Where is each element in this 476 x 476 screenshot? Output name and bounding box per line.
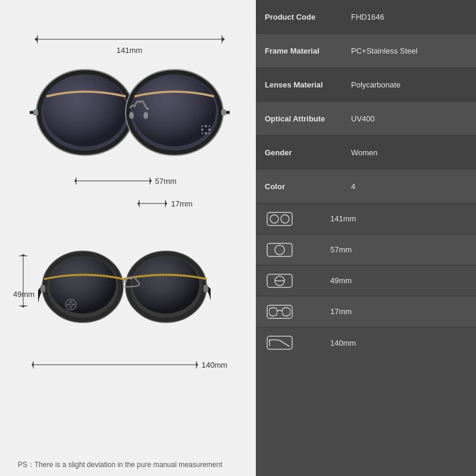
temple-length-label: 140mm [202,361,227,369]
svg-rect-14 [221,109,226,115]
glasses-back-image [38,236,211,358]
svg-point-15 [205,125,207,127]
frame-width-icon [265,211,295,227]
top-width-label: 141mm [117,46,142,55]
spec-row-product-code: Product Code FHD1646 [256,0,476,34]
top-width-dimension [29,34,231,45]
svg-rect-44 [40,285,45,292]
spec-value-lenses-material: Polycarbonate [351,80,467,89]
spec-label-optical: Optical Attribute [265,114,351,123]
spec-label-gender: Gender [265,148,351,157]
ps-note: PS：There is a slight deviation in the pu… [12,459,247,470]
svg-point-21 [201,126,203,127]
svg-marker-1 [35,37,37,42]
spec-row-color: Color 4 [256,170,476,203]
lens-width-value: 57mm [330,245,352,254]
svg-point-55 [281,215,289,223]
svg-point-54 [270,215,278,223]
temple-value: 140mm [330,339,356,347]
svg-point-17 [205,132,207,134]
spec-row-optical: Optical Attribute UV400 [256,102,476,136]
measure-row-bridge: 17mm [256,296,476,327]
glasses-bottom-section: 49mm [12,236,247,455]
lens-height-value: 49mm [330,276,352,285]
measure-row-lens-height: 49mm [256,265,476,296]
spec-label-frame-material: Frame Material [265,46,351,55]
svg-point-16 [208,129,211,131]
top-width-annotation [35,34,225,45]
lens-height-icon [265,273,295,289]
svg-point-43 [133,256,199,314]
spec-row-lenses-material: Lenses Material Polycarbonate [256,68,476,102]
glasses-top-section: 141mm [12,12,247,230]
measure-row-temple: 140mm [256,327,476,358]
spec-value-gender: Women [351,148,467,157]
measure-row-frame-width: 141mm [256,203,476,234]
spec-label-lenses-material: Lenses Material [265,80,351,89]
svg-rect-13 [33,109,38,115]
svg-point-22 [201,133,203,134]
spec-label-color: Color [265,182,351,191]
svg-point-20 [208,133,210,134]
svg-rect-53 [267,212,292,226]
glasses-front-image [29,56,231,175]
svg-rect-61 [267,305,292,318]
svg-point-19 [208,126,210,127]
left-panel: 141mm [0,0,256,476]
main-container: 141mm [0,0,476,476]
svg-rect-64 [267,336,292,349]
spec-value-color: 4 [351,182,467,191]
lens-width-icon [265,242,295,258]
bridge-value: 17mm [330,307,352,316]
bridge-width-label: 17mm [171,199,192,208]
right-panel: Product Code FHD1646 Frame Material PC+S… [256,0,476,476]
svg-rect-45 [203,285,208,292]
height-dimension: 49mm [12,254,35,299]
svg-point-10 [133,75,216,146]
svg-point-40 [49,256,116,314]
spec-value-product-code: FHD1646 [351,12,467,21]
spec-label-product-code: Product Code [265,12,351,21]
svg-point-7 [43,75,127,146]
svg-point-12 [143,112,148,119]
lens-height-label: 49mm [13,290,35,299]
spec-row-gender: Gender Women [256,136,476,170]
frame-width-value: 141mm [330,214,356,223]
glasses-back-row: 49mm [12,236,247,358]
lens-width-label: 57mm [155,177,185,186]
temple-length-icon [265,334,295,351]
svg-point-18 [201,129,203,131]
temple-dimension-row: 140mm [29,360,231,369]
spec-value-frame-material: PC+Stainless Steel [351,46,467,55]
bridge-width-icon [265,303,295,320]
spec-row-frame-material: Frame Material PC+Stainless Steel [256,34,476,68]
measure-row-lens-width: 57mm [256,234,476,265]
spec-value-optical: UV400 [351,114,467,123]
svg-marker-2 [222,37,225,42]
svg-point-57 [275,245,284,255]
svg-point-11 [129,112,134,119]
